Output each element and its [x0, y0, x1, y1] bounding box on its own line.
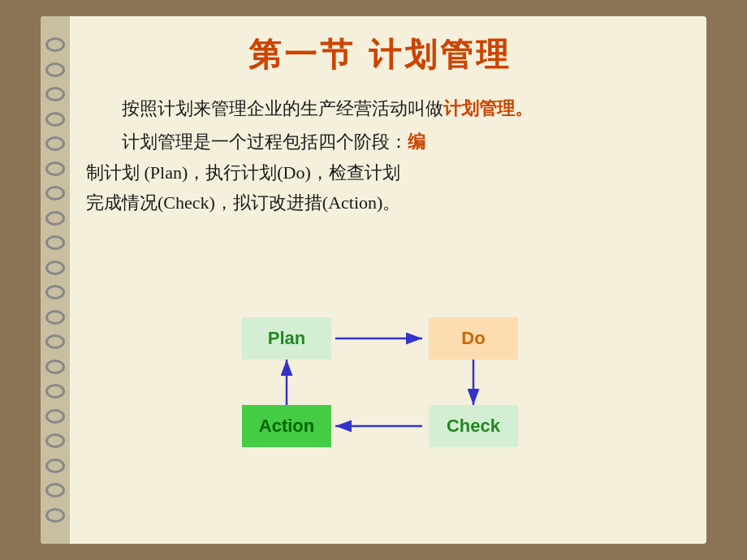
body-paragraph-2b: 制计划 (Plan)，执行计划(Do)，检查计划 — [86, 157, 674, 187]
page-title: 第一节 计划管理 — [86, 32, 674, 77]
spiral-ring — [45, 285, 65, 299]
paragraph2-intro: 计划管理是一个过程包括四个阶段：编 — [122, 131, 425, 152]
spiral-ring — [45, 37, 65, 52]
spiral-ring — [45, 483, 65, 498]
spiral-ring — [45, 62, 65, 77]
action-box: Action — [242, 405, 331, 447]
spiral-ring — [45, 334, 65, 349]
spiral-ring — [45, 310, 65, 325]
body-paragraph-2: 计划管理是一个过程包括四个阶段：编 — [86, 127, 674, 157]
pdca-diagram: Plan Do Check Action — [226, 309, 534, 455]
spiral-ring — [45, 186, 65, 200]
spiral-ring — [45, 360, 65, 374]
highlight1-text: 计划管理。 — [443, 98, 533, 118]
body-paragraph-2c: 完成情况(Check)，拟订改进措(Action)。 — [86, 187, 674, 218]
spiral-ring — [45, 261, 65, 275]
spiral-ring — [45, 235, 65, 250]
paragraph1-text: 按照计划来管理企业的生产经营活动叫做 — [122, 98, 443, 118]
spiral-ring — [45, 211, 65, 226]
do-label: Do — [461, 328, 485, 349]
action-label: Action — [259, 416, 314, 437]
check-box: Check — [429, 405, 518, 447]
spiral-ring — [45, 112, 65, 127]
spiral-ring — [45, 136, 65, 151]
plan-label: Plan — [268, 328, 305, 349]
spiral-ring — [45, 162, 65, 176]
diagram-area: Plan Do Check Action — [86, 238, 674, 528]
page-content: 第一节 计划管理 按照计划来管理企业的生产经营活动叫做计划管理。 计划管理是一个… — [70, 16, 706, 544]
body-paragraph-1: 按照计划来管理企业的生产经营活动叫做计划管理。 — [86, 93, 674, 123]
spiral-ring — [45, 433, 65, 448]
spiral-ring — [45, 459, 65, 473]
notebook: 第一节 计划管理 按照计划来管理企业的生产经营活动叫做计划管理。 计划管理是一个… — [41, 16, 706, 544]
spiral-ring — [45, 508, 65, 523]
check-label: Check — [447, 416, 500, 437]
plan-box: Plan — [242, 317, 331, 360]
spiral-ring — [45, 409, 65, 424]
do-box: Do — [429, 317, 518, 360]
spiral-binding — [41, 16, 70, 544]
spiral-ring — [45, 87, 65, 101]
spiral-ring — [45, 384, 65, 398]
